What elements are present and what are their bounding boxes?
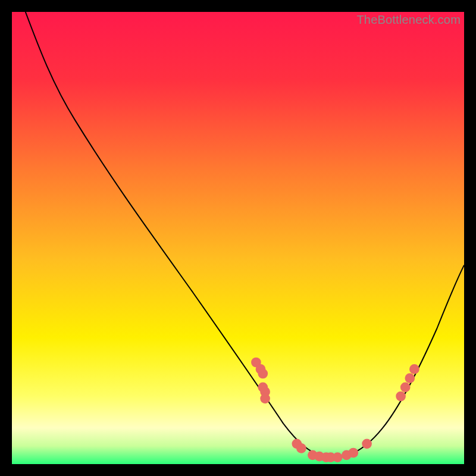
chart-plot xyxy=(12,12,464,464)
data-point xyxy=(405,373,415,383)
data-point xyxy=(296,443,306,453)
data-point xyxy=(400,382,411,392)
data-point xyxy=(258,369,268,379)
data-point xyxy=(362,439,372,449)
data-point xyxy=(396,392,406,402)
data-point xyxy=(333,452,343,462)
data-point xyxy=(409,364,419,374)
data-point xyxy=(260,393,270,403)
data-point xyxy=(348,448,358,458)
watermark-text: TheBottleneck.com xyxy=(356,13,461,27)
chart-frame: TheBottleneck.com xyxy=(12,12,464,464)
